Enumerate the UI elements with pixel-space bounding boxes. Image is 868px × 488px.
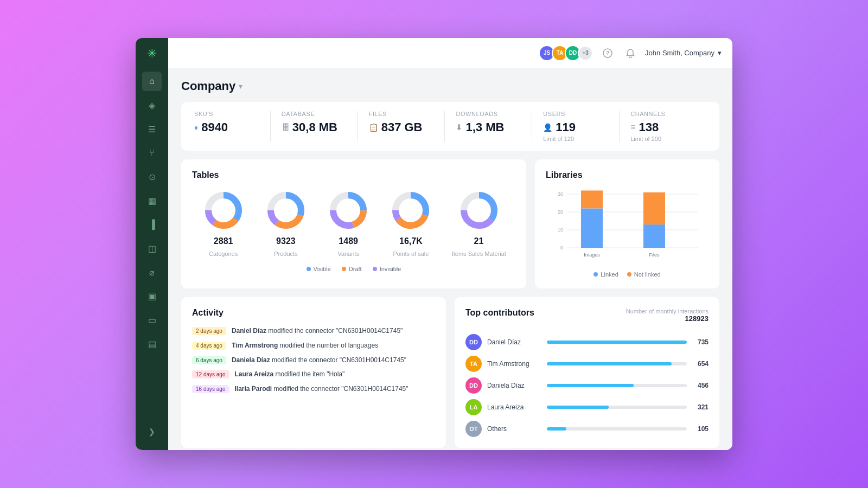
- sidebar-item-pages[interactable]: ☰: [142, 119, 162, 139]
- page-title-chevron-icon[interactable]: ▾: [239, 82, 242, 91]
- activity-badge-2: 4 days ago: [192, 342, 226, 350]
- sidebar-item-connect[interactable]: ⌀: [142, 262, 162, 282]
- stat-channels: Channels ≡ 138 Limit of 200: [620, 111, 706, 142]
- donut-sales: 21 Items Sales Material: [452, 189, 506, 257]
- legend-invisible-dot: [373, 267, 377, 271]
- activity-item-3: 6 days ago Daniela Díaz modified the con…: [192, 356, 435, 365]
- sidebar-item-layers[interactable]: ◫: [142, 239, 162, 258]
- svg-text:Images: Images: [584, 252, 600, 258]
- downloads-icon: ⬇: [456, 123, 462, 132]
- stat-files: Files 📋 837 GB: [358, 111, 445, 142]
- contributor-laura-count: 321: [692, 403, 709, 411]
- sidebar-item-grid[interactable]: ▦: [142, 191, 162, 210]
- stat-channels-sub: Limit of 200: [630, 136, 695, 142]
- donut-pos: 16,7K Points of sale: [389, 189, 432, 257]
- donut-pos-label: Points of sale: [393, 251, 429, 257]
- donut-row: 2881 Categories 9323: [192, 189, 515, 257]
- contributor-others-name: Others: [487, 425, 541, 433]
- contributor-tim-bar-wrap: [547, 362, 687, 365]
- activity-text-2: Tim Armstrong modified the number of lan…: [232, 341, 378, 350]
- database-icon: 🗄: [282, 123, 289, 132]
- stat-channels-label: Channels: [630, 111, 695, 117]
- chart-legend-not-linked-dot: [627, 272, 631, 277]
- notification-bell-icon[interactable]: [622, 45, 639, 61]
- bar-files-not-linked: [643, 192, 665, 224]
- contributor-others-bar: [547, 427, 566, 431]
- legend-draft-dot: [342, 267, 346, 271]
- sidebar-collapse-button[interactable]: ❯: [142, 422, 162, 441]
- stat-files-label: Files: [369, 111, 434, 117]
- help-icon[interactable]: ?: [599, 45, 616, 61]
- page-title-row: Company ▾: [181, 79, 719, 93]
- svg-text:Files: Files: [649, 252, 660, 258]
- donut-pos-value: 16,7K: [399, 236, 423, 246]
- donut-variants-value: 1489: [339, 236, 358, 246]
- contributor-laura-bar: [547, 406, 609, 409]
- contributor-daniel-bar: [547, 341, 687, 344]
- activity-list: 2 days ago Daniel Díaz modified the conn…: [192, 326, 435, 394]
- stat-database: Database 🗄 30,8 MB: [271, 111, 358, 142]
- donut-categories: 2881 Categories: [202, 189, 245, 257]
- bar-images-linked: [581, 208, 603, 248]
- activity-text-4: Laura Areiza modified the item "Hola": [235, 370, 345, 379]
- sidebar-item-chart[interactable]: ▐: [142, 215, 162, 234]
- stat-channels-value: ≡ 138: [630, 120, 695, 134]
- contributor-daniel-avatar: DD: [465, 334, 482, 350]
- activity-text-5: Ilaria Parodi modified the connector "CN…: [235, 384, 409, 394]
- sidebar-item-home[interactable]: ⌂: [142, 72, 162, 91]
- contributor-others-avatar: OT: [465, 421, 482, 437]
- sidebar-item-messages[interactable]: ▤: [142, 334, 162, 354]
- contributor-tim-count: 654: [692, 360, 709, 368]
- activity-item-1: 2 days ago Daniel Díaz modified the conn…: [192, 326, 435, 336]
- contributors-meta: Number of monthly interactions 128923: [626, 308, 709, 323]
- svg-text:10: 10: [558, 227, 563, 233]
- stat-files-value: 📋 837 GB: [369, 120, 434, 134]
- donut-categories-value: 2881: [214, 236, 233, 246]
- activity-card-title: Activity: [192, 308, 435, 318]
- users-icon: 👤: [543, 123, 552, 132]
- app-logo: ✳: [147, 47, 157, 61]
- chart-legend-linked-label: Linked: [601, 271, 618, 278]
- stat-downloads: Downloads ⬇ 1,3 MB: [445, 111, 532, 142]
- contributor-daniela: DD Daniela Díaz 456: [465, 377, 709, 394]
- legend-invisible-label: Invisible: [380, 266, 401, 272]
- contributor-tim: TA Tim Armstrong 654: [465, 356, 709, 372]
- tables-card: Tables: [181, 159, 526, 288]
- sidebar: ✳ ⌂ ◈ ☰ ⑂ ⊙ ▦ ▐ ◫ ⌀ ▣ ▭ ▤ ❯: [136, 38, 168, 450]
- contributor-tim-avatar: TA: [465, 356, 482, 372]
- user-menu[interactable]: John Smith, Company ▾: [645, 49, 722, 57]
- skus-icon: ♦: [194, 123, 198, 132]
- lower-grid: Tables: [181, 159, 719, 288]
- contributors-header: Top contributors Number of monthly inter…: [465, 308, 709, 326]
- svg-text:30: 30: [558, 191, 563, 197]
- activity-badge-3: 6 days ago: [192, 356, 226, 364]
- user-label: John Smith, Company: [645, 49, 714, 57]
- bar-files-linked: [643, 224, 665, 248]
- contributor-daniel-count: 735: [692, 338, 709, 346]
- contributor-tim-bar: [547, 362, 672, 365]
- stat-users-label: Users: [543, 111, 608, 117]
- sidebar-item-location[interactable]: ⊙: [142, 167, 162, 187]
- sidebar-item-tags[interactable]: ◈: [142, 95, 162, 115]
- legend-draft-label: Draft: [349, 266, 362, 272]
- sidebar-item-media[interactable]: ▣: [142, 286, 162, 306]
- contributor-laura: LA Laura Areiza 321: [465, 399, 709, 415]
- activity-badge-4: 12 days ago: [192, 370, 229, 378]
- chart-legend-not-linked: Not linked: [627, 271, 661, 278]
- contributors-meta-label: Number of monthly interactions: [626, 308, 709, 314]
- topbar: JS TA DD +3 ? John Smith, Company ▾: [168, 38, 732, 68]
- svg-text:20: 20: [558, 209, 563, 215]
- sidebar-item-folder[interactable]: ▭: [142, 310, 162, 330]
- activity-card: Activity 2 days ago Daniel Díaz modified…: [181, 297, 446, 448]
- contributor-others-count: 105: [692, 425, 709, 433]
- topbar-avatars: JS TA DD +3: [539, 45, 593, 61]
- sidebar-item-flow[interactable]: ⑂: [142, 143, 162, 163]
- donut-variants-label: Variants: [337, 251, 359, 257]
- files-icon: 📋: [369, 123, 378, 132]
- chart-legend: Linked Not linked: [546, 271, 709, 278]
- contributor-daniela-bar-wrap: [547, 384, 687, 387]
- stat-downloads-label: Downloads: [456, 111, 521, 117]
- svg-text:?: ?: [606, 50, 609, 56]
- activity-text-3: Daniela Díaz modified the connector "CN6…: [232, 356, 406, 365]
- legend-visible: Visible: [307, 266, 331, 272]
